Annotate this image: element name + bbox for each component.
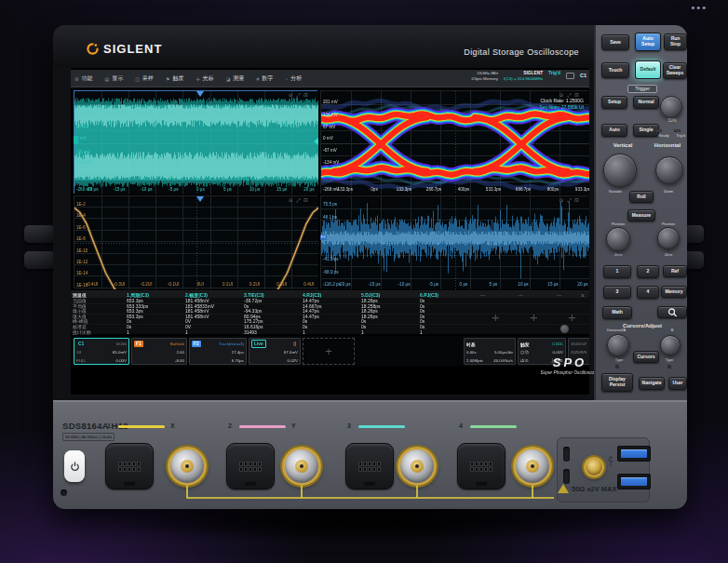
channel-2-probe-connector[interactable] — [226, 443, 275, 489]
menu-item-7[interactable]: ◔分析 — [285, 74, 302, 83]
menu-item-5[interactable]: ◪测量 — [226, 74, 245, 83]
table-column-header[interactable]: 5.DJ(C3) — [361, 293, 380, 298]
menu-item-0[interactable]: ⚙功能 — [74, 74, 92, 83]
expand-icon[interactable]: ⤢ — [296, 92, 300, 99]
camera-icon[interactable]: ⊙ — [559, 197, 563, 204]
channel-4-bnc-input[interactable] — [513, 447, 552, 486]
memory-button[interactable]: Memory — [661, 286, 687, 298]
horizontal-scale-knob[interactable] — [655, 156, 683, 184]
ref-button[interactable]: Ref — [663, 265, 687, 277]
menu-item-6[interactable]: #数字 — [256, 74, 273, 83]
add-measurement-button[interactable]: + — [568, 309, 576, 325]
f2-track-descriptor[interactable]: F2Track(meas3)27.4ps6.70ps — [189, 338, 247, 365]
search-button[interactable] — [657, 306, 687, 318]
pin-icon[interactable]: ⊡ — [303, 92, 307, 99]
camera-icon[interactable]: ⊙ — [289, 92, 292, 99]
channel-3-probe-connector[interactable] — [345, 443, 394, 489]
panel-eye-diagram[interactable]: 201 mV134 mV67 mV0 mV-67 mV-134 mV-133.3… — [320, 90, 588, 194]
channel-1-bnc-input[interactable] — [168, 447, 207, 486]
panel-bathtub[interactable]: 1E-21E-41E-61E-81E-101E-121E-141E-16-0.4… — [74, 195, 317, 288]
trigger-position-marker[interactable] — [196, 91, 204, 97]
live-eye-descriptor[interactable]: Live||67.0mV0.02V — [249, 338, 301, 365]
cal-sma-connector[interactable] — [584, 457, 604, 477]
expand-icon[interactable]: ⤢ — [567, 197, 571, 204]
horizontal-position-knob[interactable] — [657, 227, 680, 249]
display-persist-button[interactable]: Display Persist — [601, 373, 633, 392]
camera-icon[interactable]: ⊙ — [289, 197, 292, 204]
pause-icon[interactable]: || — [291, 341, 298, 347]
roll-button[interactable]: Roll — [629, 191, 654, 203]
expand-icon[interactable]: ⤢ — [296, 197, 300, 204]
trigger-setup-button[interactable]: Setup — [601, 96, 627, 109]
save-button[interactable]: Save — [601, 34, 629, 50]
trigger-auto-button[interactable]: Auto — [601, 124, 627, 137]
menu-item-1[interactable]: ▤显示 — [104, 74, 123, 83]
panel-c1-persistence[interactable]: 65 mV0 mV-65 mV-130 mV-20 μs-15 μs-10 μs… — [74, 90, 317, 194]
oscilloscope-screen[interactable]: ⚙功能▤显示◫采样⚑触发✛光标◪测量#数字◔分析 16GHz-8Bit 2Gpt… — [71, 68, 589, 395]
run-stop-button[interactable]: Run Stop — [664, 34, 687, 50]
bathtub-canvas[interactable] — [74, 196, 318, 289]
usb-port-bottom[interactable] — [617, 474, 651, 489]
usb-port-top[interactable] — [617, 446, 651, 462]
cursor-b-knob[interactable] — [660, 335, 681, 355]
math-button[interactable]: Math — [602, 306, 632, 319]
channel-2-bnc-input[interactable] — [282, 447, 321, 486]
clear-sweeps-button[interactable]: Clear Sweeps — [663, 62, 687, 79]
eye-diagram-x-tick: 800ps — [547, 188, 559, 193]
table-close-icon[interactable]: × — [581, 292, 585, 299]
pin — [123, 467, 127, 472]
trigger-normal-button[interactable]: Normal — [633, 96, 659, 109]
add-measurement-button[interactable]: + — [492, 309, 500, 325]
channel-4-button[interactable]: 4 — [637, 286, 659, 299]
power-button[interactable] — [64, 450, 85, 482]
table-column-header[interactable]: 3.TIE(C3) — [244, 293, 264, 298]
add-trace-button[interactable]: + — [303, 338, 355, 365]
pin — [358, 462, 362, 466]
pin-icon[interactable]: ⊡ — [303, 197, 307, 204]
vertical-scale-value: 65.0mV — [113, 350, 127, 355]
active-channel-label[interactable]: C1 — [580, 73, 586, 78]
cursor-a-knob[interactable] — [607, 334, 629, 356]
clock-rate-annotation: Clock Rate: 1.2500G — [478, 98, 584, 104]
menu-item-2[interactable]: ◫采样 — [135, 74, 154, 83]
scroll-knob[interactable] — [560, 325, 569, 333]
trigger-position-marker[interactable] — [196, 196, 204, 202]
channel-3-button[interactable]: 3 — [603, 286, 631, 299]
measure-button[interactable]: Measure — [627, 209, 655, 221]
f1-bathtub-descriptor[interactable]: F1Bathtub2.00-8.00 — [131, 338, 187, 365]
connector-pins — [118, 462, 141, 472]
channel-1-probe-connector[interactable] — [105, 443, 154, 489]
vertical-position-knob[interactable] — [606, 227, 630, 251]
pin — [128, 462, 131, 466]
add-measurement-button[interactable]: + — [530, 309, 538, 325]
channel-2-button[interactable]: 2 — [637, 265, 659, 278]
menu-item-4[interactable]: ✛光标 — [195, 74, 213, 83]
acquire-icon: ◫ — [135, 76, 140, 82]
table-column-header[interactable]: 1.周期(C3) — [127, 293, 149, 298]
channel-4-probe-connector[interactable] — [457, 443, 506, 489]
channel-1-button[interactable]: 1 — [603, 265, 631, 278]
user-button[interactable]: User — [668, 377, 687, 390]
menu-item-3[interactable]: ⚑触发 — [166, 74, 183, 83]
default-button[interactable]: Default — [635, 60, 661, 79]
table-row-label: 标准差 — [73, 325, 87, 329]
cursors-button[interactable]: Cursors — [633, 351, 659, 363]
pin-icon[interactable]: ⊡ — [574, 197, 578, 204]
channel-c1-descriptor[interactable]: C1DC501X65.0mVFULL0.00V — [74, 338, 129, 365]
table-column-header[interactable]: 2.幅度(C3) — [185, 293, 208, 298]
touch-button[interactable]: Touch — [601, 62, 629, 78]
navigate-button[interactable]: Navigate — [639, 377, 665, 390]
overflow-menu-dots[interactable]: ••• — [691, 2, 708, 13]
trigger-level-knob[interactable] — [660, 96, 682, 118]
pin — [470, 467, 474, 472]
channel-3-bnc-input[interactable] — [398, 447, 437, 486]
c1-persistence-canvas[interactable] — [74, 91, 318, 194]
vertical-scale-knob[interactable] — [603, 154, 637, 187]
panel-tie-track[interactable]: 75.5 ps48.1 ps-41.5 ps-68.9 ps-20 μs-15 … — [320, 195, 588, 288]
tie-track-canvas[interactable] — [321, 196, 589, 289]
auto-setup-button[interactable]: Auto Setup — [635, 33, 661, 51]
storage-icon[interactable] — [566, 73, 574, 79]
table-column-header[interactable]: 6.PJ(C3) — [420, 293, 438, 298]
cursor-b-led — [667, 365, 671, 369]
table-column-header[interactable]: 4.RJ(C3) — [303, 293, 321, 298]
